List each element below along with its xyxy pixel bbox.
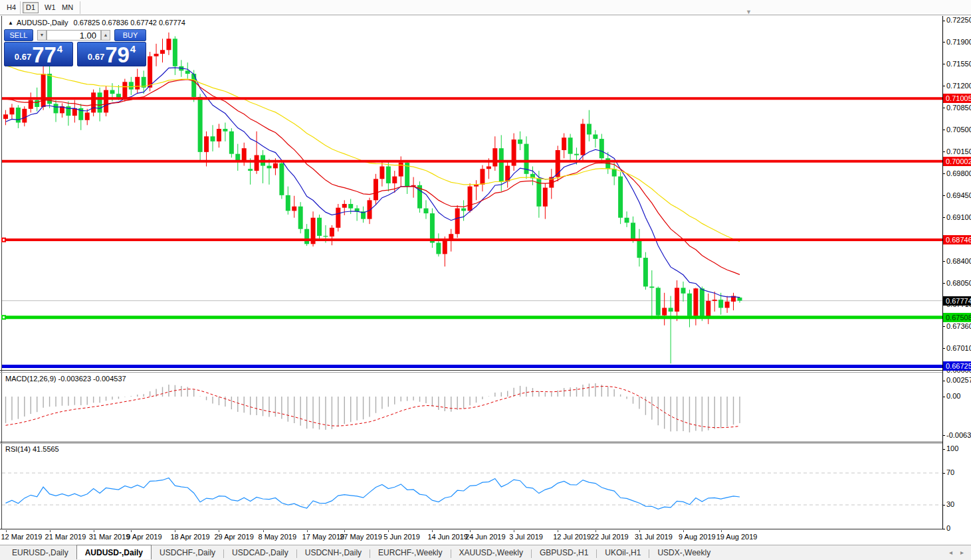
sell-price-pips: 77 <box>32 46 56 64</box>
tab-usdchf-daily[interactable]: USDCHF-,Daily <box>152 545 223 559</box>
price-tick-label: 0.69100 <box>946 213 971 221</box>
candle-body <box>223 129 227 132</box>
rsi-indicator-panel[interactable] <box>0 444 942 529</box>
tab-eurchf-weekly[interactable]: EURCHF-,Weekly <box>370 545 450 559</box>
mt4-application-window: H4 D1 W1 MN ▲AUDUSD-,Daily0.67825 0.6783… <box>0 0 971 560</box>
candle-body <box>556 150 560 177</box>
price-badge: 0.70002 <box>943 157 971 166</box>
date-label: 24 Jun 2019 <box>465 533 506 541</box>
buy-button[interactable]: BUY <box>114 29 146 41</box>
candle-body <box>443 239 447 254</box>
timeframe-button-h4[interactable]: H4 <box>3 2 18 13</box>
candle-body <box>486 167 491 169</box>
price-tick-label: 0.71200 <box>946 82 971 90</box>
ma-line-medium <box>6 80 740 275</box>
tab-scroll-left-icon[interactable]: ◂ <box>949 549 952 556</box>
volume-input[interactable] <box>47 30 101 41</box>
volume-increase-button[interactable]: ▲ <box>101 30 110 41</box>
panel-splitter[interactable] <box>0 442 942 442</box>
macd-tick-mark <box>942 435 945 436</box>
price-tick-label: 0.69800 <box>946 169 971 177</box>
buy-price-point: 4 <box>130 43 136 54</box>
tab-gbpusd-h1[interactable]: GBPUSD-,H1 <box>532 545 596 559</box>
price-tick-label: 0.69450 <box>946 191 971 199</box>
macd-tick-label: 0.002574 <box>946 376 971 384</box>
tab-usdcnh-daily[interactable]: USDCNH-,Daily <box>297 545 370 559</box>
sell-price-panel[interactable]: 0.67 77 4 <box>4 42 73 66</box>
tab-ukoil-h1[interactable]: UKOil-,H1 <box>597 545 649 559</box>
candle-body <box>342 204 347 208</box>
rsi-tick-label: 30 <box>946 500 954 508</box>
candle-body <box>662 308 667 315</box>
macd-signal-line <box>6 387 740 428</box>
date-label: 21 Mar 2019 <box>45 533 86 541</box>
macd-tick-label: -0.006326 <box>946 431 971 439</box>
candle-body <box>330 228 334 236</box>
panel-splitter[interactable] <box>0 370 942 371</box>
tab-audusd-daily[interactable]: AUDUSD-,Daily <box>76 545 152 559</box>
price-tick-mark <box>942 261 945 262</box>
candle-body <box>718 300 723 308</box>
tab-scroll-right-icon[interactable]: ▸ <box>960 549 964 556</box>
candle-body <box>631 223 635 239</box>
candle-body <box>348 204 353 209</box>
candle-body <box>135 77 140 90</box>
date-tick-mark <box>6 530 7 532</box>
candle-body <box>379 167 384 179</box>
date-label: 9 Apr 2019 <box>126 533 162 541</box>
candle-body <box>41 74 46 107</box>
candle-body <box>580 124 585 155</box>
candle-body <box>593 134 597 139</box>
date-tick-mark <box>388 530 389 532</box>
candle-body <box>687 294 692 316</box>
price-tick-mark <box>942 217 945 218</box>
candle-body <box>499 148 504 181</box>
rsi-tick-mark <box>942 505 945 506</box>
volume-decrease-button[interactable]: ▼ <box>37 30 47 41</box>
chart-tab-bar: EURUSD-,DailyAUDUSD-,DailyUSDCHF-,DailyU… <box>0 545 971 560</box>
line-handle-center <box>3 239 5 241</box>
date-label: 3 Jul 2019 <box>509 533 543 541</box>
timeframe-button-mn[interactable]: MN <box>58 2 76 13</box>
price-tick-mark <box>942 173 945 174</box>
date-tick-mark <box>558 530 558 532</box>
price-tick-label: 0.72250 <box>946 16 971 24</box>
candle-body <box>374 179 378 200</box>
main-price-chart[interactable] <box>0 16 942 370</box>
panel-splitter <box>0 529 942 529</box>
candle-body <box>323 236 328 236</box>
buy-price-panel[interactable]: 0.67 79 4 <box>77 42 146 66</box>
sell-button[interactable]: SELL <box>4 29 33 41</box>
macd-label: MACD(12,26,9) -0.003623 -0.004537 <box>5 375 126 383</box>
date-tick-mark <box>721 530 722 532</box>
price-tick-label: 0.71550 <box>946 60 971 68</box>
buy-price-prefix: 0.67 <box>88 52 104 62</box>
candle-body <box>436 242 441 254</box>
candle-body <box>637 240 641 258</box>
candle-body <box>368 200 372 219</box>
price-tick-mark <box>942 42 945 43</box>
candle-body <box>643 258 648 286</box>
tab-usdcad-daily[interactable]: USDCAD-,Daily <box>224 545 296 559</box>
timeframe-button-w1[interactable]: W1 <box>41 2 57 13</box>
date-label: 8 May 2019 <box>259 533 296 541</box>
date-label: 5 Jun 2019 <box>383 533 419 541</box>
sell-price-point: 4 <box>57 43 62 54</box>
candle-body <box>461 209 466 211</box>
chevron-down-icon[interactable]: ▼ <box>746 9 752 15</box>
tab-usdx-weekly[interactable]: USDX-,Weekly <box>649 545 718 559</box>
tab-eurusd-daily[interactable]: EURUSD-,Daily <box>4 545 76 559</box>
candle-body <box>618 177 623 218</box>
candle-body <box>129 82 134 89</box>
candle-body <box>9 108 14 114</box>
candle-body <box>279 163 284 195</box>
macd-tick-label: 0.00 <box>946 392 960 400</box>
macd-axis: 0.0025740.00-0.006326 <box>942 372 971 444</box>
timeframe-button-d1[interactable]: D1 <box>23 2 39 13</box>
macd-indicator-panel[interactable] <box>0 373 942 441</box>
price-badge: 0.67774 <box>943 296 971 306</box>
tab-xauusd-weekly[interactable]: XAUUSD-,Weekly <box>451 545 531 559</box>
candle-body <box>599 139 604 158</box>
date-label: 22 Jul 2019 <box>591 533 629 541</box>
date-label: 9 Aug 2019 <box>679 533 716 541</box>
